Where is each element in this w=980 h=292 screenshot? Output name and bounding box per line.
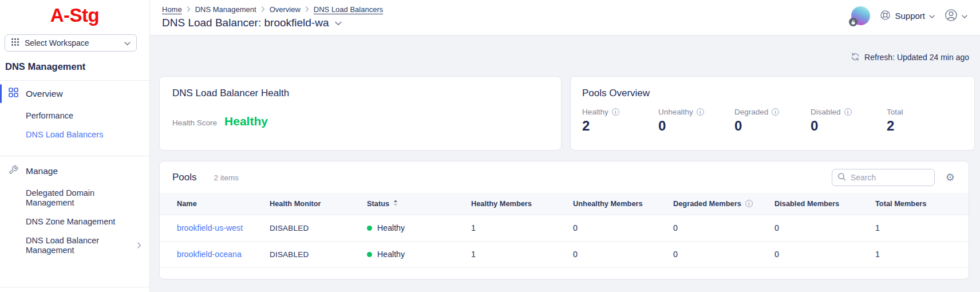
search-box (832, 169, 935, 186)
title-chevron-down-icon[interactable] (335, 18, 342, 28)
info-icon[interactable] (745, 200, 753, 207)
sidebar-nav: Overview Performance DNS Load Balancers … (0, 81, 149, 260)
sort-icon (393, 199, 398, 208)
column-healthy-members: Healthy Members (471, 193, 573, 215)
health-card-title: DNS Load Balancer Health (172, 88, 548, 99)
chevron-down-icon (124, 38, 131, 48)
wrench-icon (9, 165, 18, 177)
column-health-monitor: Health Monitor (270, 193, 367, 215)
table-header-row: Name Health Monitor Status Heal (160, 193, 969, 215)
sidebar-section-title: DNS Management (5, 61, 149, 72)
divider (0, 287, 149, 287)
column-total-members: Total Members (875, 193, 969, 215)
info-icon[interactable] (772, 108, 779, 116)
column-status-label: Status (367, 199, 389, 208)
refresh-button[interactable]: Refresh: Updated 24 min ago (159, 51, 969, 64)
pool-health-monitor: DISABLED (270, 241, 367, 267)
pool-degraded-members: 0 (673, 241, 774, 267)
stat-value: 0 (734, 118, 811, 134)
pools-overview-card: Pools Overview Healthy 2 Unhealthy 0 Deg… (570, 76, 975, 151)
grid-dots-icon (11, 38, 19, 48)
stat-healthy: Healthy 2 (582, 108, 658, 134)
pools-title: Pools (172, 172, 197, 183)
breadcrumb-overview[interactable]: Overview (270, 5, 301, 14)
stat-label: Total (887, 108, 903, 116)
chevron-right-icon (305, 5, 309, 14)
info-icon[interactable] (612, 108, 619, 116)
column-unhealthy-members: Unhealthy Members (573, 193, 673, 215)
lock-icon (849, 18, 858, 26)
chevron-right-icon (137, 241, 141, 251)
support-label: Support (895, 11, 925, 21)
sidebar-item-label: Overview (26, 89, 63, 99)
pool-total-members: 1 (875, 241, 969, 267)
pool-status: Healthy (377, 223, 405, 232)
chevron-right-icon (187, 5, 191, 14)
pool-health-monitor: DISABLED (270, 215, 367, 241)
divider (0, 156, 149, 156)
workspace-selector-label: Select Workspace (25, 38, 89, 48)
sidebar-item-label: DNS Zone Management (26, 217, 115, 227)
pool-disabled-members: 0 (774, 241, 875, 267)
pool-disabled-members: 0 (774, 215, 875, 241)
main-area: Home DNS Management Overview DNS Load Ba… (150, 0, 980, 292)
chevron-right-icon (261, 5, 265, 14)
brand-logo: A-Stg (45, 3, 105, 27)
search-input[interactable] (851, 173, 925, 182)
workspace-selector[interactable]: Select Workspace (5, 34, 137, 52)
column-name: Name (160, 193, 270, 215)
health-score-value: Healthy (224, 115, 268, 128)
topbar: Home DNS Management Overview DNS Load Ba… (150, 0, 980, 35)
chevron-down-icon (962, 11, 967, 21)
pool-healthy-members: 1 (471, 215, 573, 241)
sidebar-item-dns-zone-management[interactable]: DNS Zone Management (0, 212, 149, 231)
overview-grid-icon (9, 88, 18, 100)
sidebar-item-label: DNS Load Balancer Management (26, 236, 124, 255)
stat-label: Disabled (811, 108, 841, 116)
account-menu[interactable] (945, 9, 967, 23)
sidebar: A-Stg Select Workspace DNS Management (0, 0, 150, 292)
column-status[interactable]: Status (367, 193, 471, 215)
table-row: brookfield-oceana DISABLED Healthy 1 0 0… (160, 241, 969, 267)
column-degraded-members: Degraded Members (673, 193, 774, 215)
pool-unhealthy-members: 0 (573, 215, 673, 241)
stat-label: Healthy (582, 108, 608, 116)
settings-gear-icon[interactable]: ⚙ (946, 172, 955, 183)
info-icon[interactable] (697, 108, 704, 116)
app-root: A-Stg Select Workspace DNS Management (0, 0, 980, 292)
pool-name-link[interactable]: brookfield-oceana (177, 250, 242, 259)
info-icon[interactable] (844, 108, 852, 116)
status-dot-healthy (367, 226, 372, 231)
health-card: DNS Load Balancer Health Health Score He… (159, 76, 562, 151)
support-menu[interactable]: Support (880, 10, 935, 22)
stat-label: Unhealthy (658, 108, 693, 116)
refresh-label: Refresh: Updated 24 min ago (864, 53, 969, 62)
pools-table: Name Health Monitor Status Heal (160, 193, 969, 268)
breadcrumb-home[interactable]: Home (162, 5, 182, 14)
pool-healthy-members: 1 (471, 241, 573, 267)
sidebar-item-overview[interactable]: Overview (0, 81, 149, 106)
sidebar-item-delegated-domain-management[interactable]: Delegated Domain Management (0, 184, 149, 212)
sidebar-item-label: Delegated Domain Management (26, 188, 124, 208)
stat-disabled: Disabled 0 (811, 108, 887, 134)
sidebar-item-performance[interactable]: Performance (0, 106, 149, 125)
stat-degraded: Degraded 0 (734, 108, 811, 134)
avatar[interactable] (851, 6, 870, 25)
health-score-label: Health Score (172, 119, 217, 127)
pool-name-link[interactable]: brookfield-us-west (177, 223, 243, 232)
stat-value: 0 (811, 118, 887, 134)
content: Refresh: Updated 24 min ago DNS Load Bal… (150, 35, 980, 279)
stat-total: Total 2 (887, 108, 963, 134)
pool-total-members: 1 (875, 215, 969, 241)
status-dot-healthy (367, 252, 372, 257)
breadcrumb-dns-management[interactable]: DNS Management (195, 5, 256, 14)
sidebar-item-manage[interactable]: Manage (0, 158, 149, 184)
stat-unhealthy: Unhealthy 0 (658, 108, 734, 134)
chevron-down-icon (929, 11, 935, 21)
stat-value: 2 (582, 118, 658, 134)
sidebar-item-dns-load-balancers[interactable]: DNS Load Balancers (0, 125, 149, 144)
sidebar-item-dns-load-balancer-management[interactable]: DNS Load Balancer Management (0, 231, 149, 260)
breadcrumb-dns-load-balancers[interactable]: DNS Load Balancers (314, 5, 383, 14)
pools-overview-title: Pools Overview (582, 88, 963, 99)
pool-status: Healthy (377, 250, 405, 259)
